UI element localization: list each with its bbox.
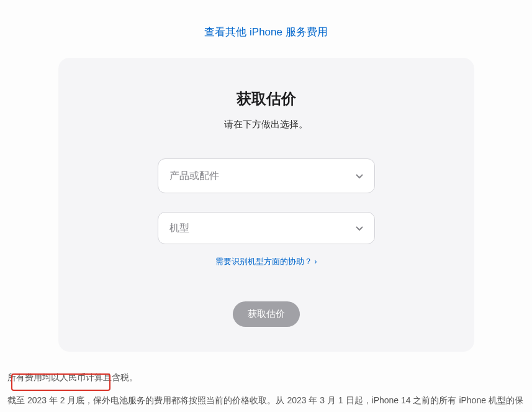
help-link-label: 需要识别机型方面的协助？ [215, 256, 312, 267]
get-estimate-button[interactable]: 获取估价 [233, 301, 300, 327]
product-select[interactable]: 产品或配件 [158, 158, 375, 193]
model-select[interactable]: 机型 [158, 212, 375, 244]
identify-model-help-link[interactable]: 需要识别机型方面的协助？ › [215, 256, 317, 267]
footer-line-2: 截至 2023 年 2 月底，保外电池服务的费用都将按照当前的价格收取。从 20… [7, 392, 525, 412]
model-select-placeholder: 机型 [169, 222, 189, 235]
footer-line-1: 所有费用均以人民币计算且含税。 [7, 369, 525, 386]
other-service-fees-link[interactable]: 查看其他 iPhone 服务费用 [204, 26, 327, 38]
footer-notes: 所有费用均以人民币计算且含税。 截至 2023 年 2 月底，保外电池服务的费用… [0, 352, 532, 412]
chevron-right-icon: › [315, 257, 317, 266]
card-title: 获取估价 [83, 89, 449, 109]
product-select-placeholder: 产品或配件 [169, 170, 219, 183]
estimate-card: 获取估价 请在下方做出选择。 产品或配件 机型 需要识别机型方面的协助？ › 获… [58, 58, 474, 352]
card-subtitle: 请在下方做出选择。 [83, 119, 449, 130]
